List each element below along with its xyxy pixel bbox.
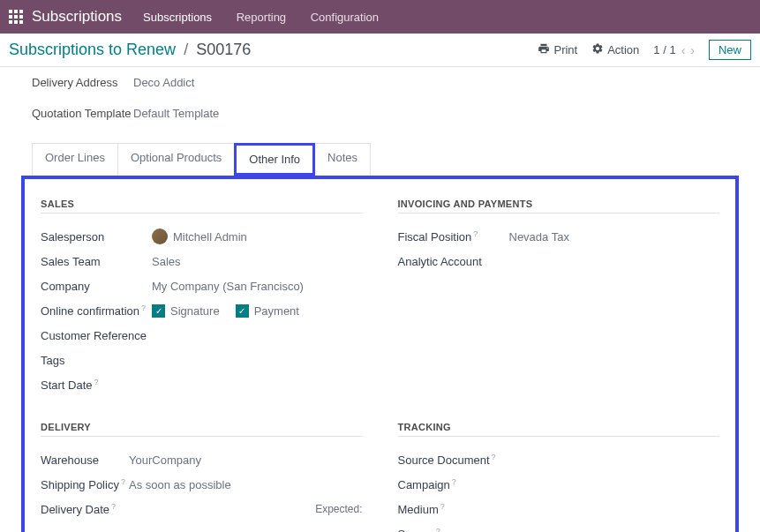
- invoicing-section: INVOICING AND PAYMENTS Fiscal Position? …: [398, 199, 720, 397]
- expected-label: Expected:: [315, 503, 362, 515]
- sales-title: SALES: [41, 199, 363, 214]
- invoicing-title: INVOICING AND PAYMENTS: [398, 199, 720, 214]
- action-label: Action: [607, 43, 639, 56]
- delivery-title: DELIVERY: [41, 422, 363, 437]
- form-content: Delivery Address Deco Addict Quotation T…: [0, 67, 760, 532]
- tab-other-info[interactable]: Other Info: [234, 143, 315, 176]
- fiscal-position-value[interactable]: Nevada Tax: [509, 230, 720, 244]
- gear-icon: [591, 42, 604, 57]
- pager-prev[interactable]: ‹: [681, 43, 686, 57]
- new-button[interactable]: New: [709, 40, 751, 60]
- printer-icon: [538, 42, 550, 57]
- print-label: Print: [553, 43, 577, 56]
- signature-checkbox[interactable]: [152, 304, 165, 318]
- tracking-title: TRACKING: [398, 422, 720, 437]
- quotation-template-label: Quotation Template: [32, 107, 133, 120]
- fiscal-position-label: Fiscal Position?: [398, 229, 509, 244]
- tabs: Order Lines Optional Products Other Info…: [32, 143, 728, 176]
- print-button[interactable]: Print: [538, 42, 577, 57]
- breadcrumb-current: S00176: [196, 41, 251, 58]
- sales-team-value[interactable]: Sales: [152, 255, 363, 268]
- signature-label: Signature: [170, 304, 220, 318]
- customer-reference-label: Customer Reference: [41, 329, 152, 342]
- sales-section: SALES Salesperson Mitchell Admin Sales T…: [41, 199, 363, 397]
- medium-label: Medium?: [398, 502, 509, 516]
- company-value[interactable]: My Company (San Francisco): [152, 280, 363, 293]
- delivery-address-label: Delivery Address: [32, 76, 133, 89]
- warehouse-value[interactable]: YourCompany: [129, 453, 363, 467]
- tab-panel-other-info: SALES Salesperson Mitchell Admin Sales T…: [21, 176, 739, 532]
- action-button[interactable]: Action: [591, 42, 639, 57]
- online-confirmation-label: Online confirmation?: [41, 303, 152, 318]
- shipping-policy-label: Shipping Policy?: [41, 477, 129, 491]
- campaign-label: Campaign?: [398, 477, 509, 491]
- shipping-policy-value[interactable]: As soon as possible: [129, 478, 363, 491]
- analytic-account-label: Analytic Account: [398, 255, 509, 268]
- tags-label: Tags: [41, 354, 152, 367]
- avatar-icon: [152, 229, 168, 244]
- nav-configuration[interactable]: Configuration: [311, 11, 379, 24]
- breadcrumb: Subscriptions to Renew / S00176: [9, 41, 538, 59]
- apps-icon[interactable]: [9, 10, 23, 24]
- delivery-date-label: Delivery Date?: [41, 502, 129, 516]
- payment-checkbox[interactable]: [236, 304, 249, 318]
- source-document-label: Source Document?: [398, 453, 509, 467]
- source-label: Source?: [398, 527, 509, 532]
- warehouse-label: Warehouse: [41, 453, 129, 467]
- salesperson-value[interactable]: Mitchell Admin: [173, 230, 247, 244]
- tab-order-lines[interactable]: Order Lines: [32, 143, 118, 176]
- breadcrumb-root[interactable]: Subscriptions to Renew: [9, 41, 176, 58]
- quotation-template-value[interactable]: Default Template: [133, 107, 219, 120]
- delivery-address-value[interactable]: Deco Addict: [133, 76, 194, 89]
- start-date-label: Start Date?: [41, 378, 152, 392]
- sales-team-label: Sales Team: [41, 255, 152, 268]
- app-brand: Subscriptions: [32, 8, 122, 26]
- salesperson-label: Salesperson: [41, 230, 152, 244]
- nav-reporting[interactable]: Reporting: [237, 11, 286, 24]
- nav-subscriptions[interactable]: Subscriptions: [143, 11, 212, 24]
- top-nav: Subscriptions Reporting Configuration: [143, 11, 400, 24]
- actions-bar: Print Action 1 / 1 ‹ › New: [538, 40, 751, 60]
- tracking-section: TRACKING Source Document? Campaign? Medi…: [398, 422, 720, 532]
- delivery-section: DELIVERY Warehouse YourCompany Shipping …: [41, 422, 363, 532]
- tab-optional-products[interactable]: Optional Products: [117, 143, 235, 176]
- breadcrumb-sep: /: [184, 41, 188, 58]
- pager-next[interactable]: ›: [690, 43, 695, 57]
- header-fields: Delivery Address Deco Addict Quotation T…: [18, 67, 742, 129]
- company-label: Company: [41, 280, 152, 293]
- pager-text: 1 / 1: [653, 43, 675, 56]
- topbar: Subscriptions Subscriptions Reporting Co…: [0, 0, 760, 34]
- payment-label: Payment: [254, 304, 299, 318]
- control-panel: Subscriptions to Renew / S00176 Print Ac…: [0, 34, 760, 67]
- tab-notes[interactable]: Notes: [314, 143, 371, 176]
- pager: 1 / 1 ‹ ›: [653, 43, 695, 57]
